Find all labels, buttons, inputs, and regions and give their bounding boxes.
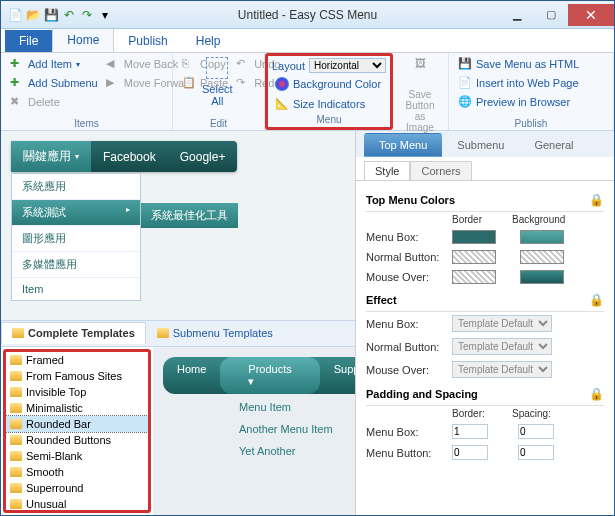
folder-icon: [10, 355, 22, 365]
template-item[interactable]: Smooth: [6, 464, 148, 480]
template-item[interactable]: Minimalistic: [6, 400, 148, 416]
folder-icon: [12, 328, 24, 338]
undo-icon[interactable]: ↶: [61, 7, 77, 23]
delete-button[interactable]: ✖Delete: [7, 93, 101, 111]
template-item[interactable]: Rounded Bar: [6, 416, 148, 432]
preview-menu-item[interactable]: Products ▾: [220, 357, 319, 394]
new-icon[interactable]: 📄: [7, 7, 23, 23]
folder-icon: [10, 435, 22, 445]
minimize-button[interactable]: ▁: [500, 4, 534, 26]
color-swatch[interactable]: [452, 230, 496, 244]
general-tab[interactable]: General: [519, 133, 588, 157]
layout-select[interactable]: Horizontal: [309, 58, 386, 73]
publish-tab[interactable]: Publish: [114, 30, 181, 52]
submenu-item[interactable]: 系統最佳化工具: [141, 203, 238, 228]
top-menu-item[interactable]: 關鍵應用▾: [11, 141, 91, 172]
save-icon[interactable]: 💾: [43, 7, 59, 23]
preview-sub-item[interactable]: Yet Another: [233, 440, 345, 462]
spacing-input[interactable]: [518, 445, 554, 460]
qat-dropdown-icon[interactable]: ▾: [97, 7, 113, 23]
page-icon: 📄: [458, 76, 472, 90]
preview-sub-item[interactable]: Another Menu Item: [233, 418, 345, 440]
preview-menu-bar: Home Products ▾ Support: [163, 357, 355, 394]
redo-icon: ↷: [236, 76, 250, 90]
color-swatch[interactable]: [520, 270, 564, 284]
layout-label: Layout: [272, 60, 305, 72]
effect-select[interactable]: Template Default: [452, 338, 552, 355]
home-tab[interactable]: Home: [52, 28, 114, 52]
plus-icon: ✚: [10, 57, 24, 71]
close-button[interactable]: ✕: [568, 4, 614, 26]
layout-row: Layout Horizontal: [272, 58, 386, 73]
color-swatch[interactable]: [520, 230, 564, 244]
maximize-button[interactable]: ▢: [534, 4, 568, 26]
preview-browser-button[interactable]: 🌐Preview in Browser: [455, 93, 607, 111]
preview-menu-item[interactable]: Support: [320, 357, 355, 394]
redo-icon[interactable]: ↷: [79, 7, 95, 23]
bg-color-button[interactable]: Background Color: [272, 75, 386, 93]
dropdown-item[interactable]: Item: [12, 278, 140, 300]
help-tab[interactable]: Help: [182, 30, 235, 52]
folder-icon: [10, 419, 22, 429]
color-swatch[interactable]: [452, 270, 496, 284]
save-html-button[interactable]: 💾Save Menu as HTML: [455, 55, 607, 73]
lock-icon[interactable]: 🔒: [589, 193, 604, 207]
template-list[interactable]: FramedFrom Famous SitesInvisible TopMini…: [3, 349, 151, 514]
effect-select[interactable]: Template Default: [452, 361, 552, 378]
preview-menu-item[interactable]: Home: [163, 357, 220, 394]
template-tabs: Complete Templates Submenu Templates: [1, 320, 355, 346]
dropdown-item[interactable]: 系統應用: [12, 174, 140, 200]
add-submenu-button[interactable]: ✚Add Submenu: [7, 74, 101, 92]
effect-select[interactable]: Template Default: [452, 315, 552, 332]
globe-icon: 🌐: [458, 95, 472, 109]
submenu-templates-tab[interactable]: Submenu Templates: [146, 322, 284, 344]
preview-sub-item[interactable]: Menu Item: [233, 396, 345, 418]
copy-icon: ⎘: [182, 57, 196, 71]
colors-heading: Top Menu Colors: [366, 194, 455, 206]
open-icon[interactable]: 📂: [25, 7, 41, 23]
paste-button[interactable]: 📋Paste: [179, 74, 231, 92]
template-item[interactable]: Unusual: [6, 496, 148, 512]
copy-button[interactable]: ⎘Copy: [179, 55, 231, 73]
template-item[interactable]: Invisible Top: [6, 384, 148, 400]
dropdown-item[interactable]: 多媒體應用: [12, 252, 140, 278]
lock-icon[interactable]: 🔒: [589, 293, 604, 307]
folder-icon: [10, 499, 22, 509]
border-input[interactable]: [452, 424, 488, 439]
top-menu-tab[interactable]: Top Menu: [364, 133, 442, 157]
quick-access-toolbar: 📄 📂 💾 ↶ ↷ ▾: [1, 7, 119, 23]
top-menu-item[interactable]: Google+: [168, 141, 238, 172]
insert-page-button[interactable]: 📄Insert into Web Page: [455, 74, 607, 92]
plus-icon: ✚: [10, 76, 24, 90]
complete-templates-tab[interactable]: Complete Templates: [1, 322, 146, 344]
corners-tab[interactable]: Corners: [410, 161, 471, 180]
template-item[interactable]: Framed: [6, 352, 148, 368]
template-item[interactable]: Rounded Buttons: [6, 432, 148, 448]
property-panel[interactable]: Top Menu Colors🔒 BorderBackground Menu B…: [356, 181, 614, 515]
lock-icon[interactable]: 🔒: [589, 387, 604, 401]
save-button-as-image[interactable]: 🖼Save Button as Image: [399, 55, 441, 135]
paste-icon: 📋: [182, 76, 196, 90]
submenu-tab[interactable]: Submenu: [442, 133, 519, 157]
add-item-button[interactable]: ✚Add Item▾: [7, 55, 101, 73]
color-swatch[interactable]: [452, 250, 496, 264]
items-group-label: Items: [7, 117, 166, 130]
dropdown-item[interactable]: 系統測試 ▸: [12, 200, 140, 226]
template-item[interactable]: Semi-Blank: [6, 448, 148, 464]
folder-icon: [10, 467, 22, 477]
style-tab[interactable]: Style: [364, 161, 410, 180]
spacing-input[interactable]: [518, 424, 554, 439]
size-indicators-button[interactable]: 📐Size Indicators: [272, 95, 386, 113]
template-item[interactable]: Various: [6, 512, 148, 514]
save-icon: 💾: [458, 57, 472, 71]
top-menu-item[interactable]: Facebook: [91, 141, 168, 172]
border-input[interactable]: [452, 445, 488, 460]
template-item[interactable]: From Famous Sites: [6, 368, 148, 384]
dropdown-item[interactable]: 圖形應用: [12, 226, 140, 252]
folder-icon: [10, 483, 22, 493]
template-item[interactable]: Superround: [6, 480, 148, 496]
menu-canvas[interactable]: 關鍵應用▾ Facebook Google+ 系統應用 系統測試 ▸ 圖形應用 …: [1, 131, 355, 320]
property-tabs: Top Menu Submenu General: [356, 131, 614, 157]
file-tab[interactable]: File: [5, 30, 52, 52]
color-swatch[interactable]: [520, 250, 564, 264]
